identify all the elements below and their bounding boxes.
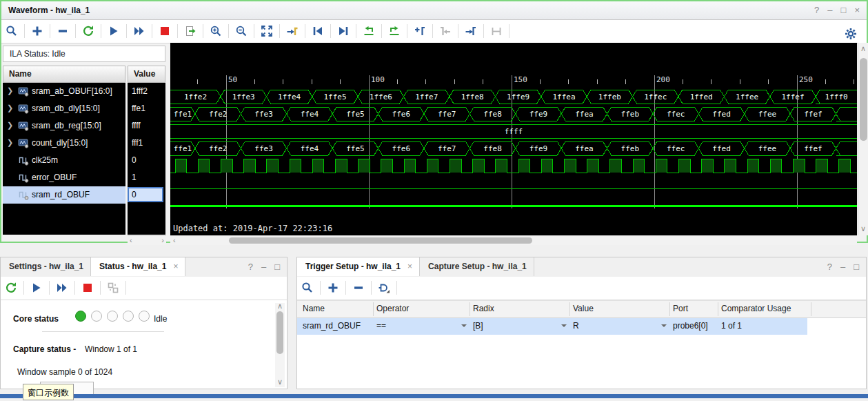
status-tab[interactable]: Settings - hw_ila_1 [1, 257, 91, 276]
signal-value-row[interactable]: ffe1 [128, 100, 165, 117]
trigger-probe-row[interactable]: sram_rd_OBUF==[B]Rprobe6[0]1 of 1 [297, 318, 807, 335]
name-panel-hscrollbar[interactable]: ‹ › [128, 235, 166, 245]
scroll-up-icon[interactable]: ∧ [860, 44, 866, 53]
waveform-canvas[interactable]: 501001502002501ffe21ffe31ffe41ffe51ffe61… [170, 43, 857, 235]
signal-value-row[interactable]: 1fff2 [128, 83, 165, 100]
help-icon[interactable]: ? [248, 262, 253, 272]
goto-start-button[interactable] [309, 22, 327, 40]
signal-row[interactable]: ❯sram_db_reg[15:0] [3, 117, 125, 135]
run-all-button[interactable] [53, 279, 71, 297]
core-status-dot-active [75, 311, 86, 322]
maximize-icon[interactable]: □ [854, 262, 859, 272]
next-marker-button[interactable] [462, 22, 480, 40]
hscroll-thumb[interactable] [229, 237, 532, 244]
scroll-right-icon[interactable]: › [161, 236, 164, 244]
run-trigger-button[interactable] [105, 22, 123, 40]
run-trigger-immediate-button[interactable] [79, 22, 97, 40]
waveform-hscrollbar[interactable]: ‹ [170, 235, 857, 245]
chevron-down-icon[interactable] [561, 324, 567, 330]
waveform-vscrollbar[interactable]: ∧ ∨ [858, 43, 868, 235]
signal-row[interactable]: clk25m [3, 152, 125, 169]
maximize-icon[interactable]: □ [841, 5, 847, 15]
column-header-value[interactable]: Value [128, 66, 165, 83]
export-data-button[interactable] [181, 22, 199, 40]
help-icon[interactable]: ? [827, 262, 832, 272]
vscroll-thumb[interactable] [860, 58, 867, 141]
add-button[interactable] [324, 279, 342, 297]
stop-trigger-button[interactable] [79, 279, 97, 297]
maximize-icon[interactable]: □ [274, 262, 280, 272]
trigger-tab[interactable]: Trigger Setup - hw_ila_1× [297, 257, 420, 276]
remove-button[interactable] [350, 279, 367, 297]
close-icon[interactable]: × [854, 5, 860, 15]
column-header-name[interactable]: Name [3, 66, 125, 83]
goto-trigger-button[interactable] [283, 22, 301, 40]
goto-end-button[interactable] [334, 22, 352, 40]
zoom-fit-button[interactable] [258, 22, 276, 40]
signal-value-field[interactable]: 0 [128, 187, 163, 202]
minimize-icon[interactable]: – [827, 5, 832, 15]
vscroll-thumb[interactable] [276, 311, 283, 354]
chevron-down-icon[interactable] [661, 324, 667, 330]
tab-label: Status - hw_ila_1 [99, 262, 166, 271]
trigger-before-button[interactable] [360, 22, 378, 40]
scroll-left-icon[interactable]: ‹ [173, 236, 176, 244]
signal-value-row[interactable]: 0 [128, 152, 165, 169]
chevron-down-icon[interactable] [461, 324, 467, 330]
minimize-icon[interactable]: – [261, 262, 266, 272]
signal-row[interactable]: error_OBUF [3, 169, 125, 186]
gate-button[interactable] [375, 279, 393, 297]
close-icon[interactable]: × [173, 262, 178, 271]
search-button[interactable] [3, 22, 21, 40]
zoom-in-button[interactable] [207, 22, 225, 40]
column-header[interactable]: Comparator Usage [721, 304, 791, 313]
close-icon[interactable]: × [407, 262, 412, 271]
expand-chevron-icon[interactable]: ❯ [7, 121, 13, 130]
column-header[interactable]: Name [303, 304, 325, 313]
run-trigger-immediate-button[interactable] [2, 279, 20, 297]
scroll-down-icon[interactable]: ∨ [860, 224, 866, 233]
search-button[interactable] [299, 279, 316, 297]
add-trigger-marker-button[interactable] [411, 22, 429, 40]
minimize-icon[interactable]: – [840, 262, 845, 272]
add-button[interactable] [28, 22, 46, 40]
signal-row[interactable]: sram_rd_OBUF [3, 186, 125, 204]
svg-text:ffe5: ffe5 [346, 144, 365, 153]
run-trigger-button[interactable] [28, 279, 46, 297]
settings-gear-button[interactable] [842, 25, 860, 43]
value-select[interactable]: R [573, 321, 579, 331]
column-header[interactable]: Value [573, 304, 594, 313]
ila-status-bar: ILA Status: Idle [3, 46, 165, 62]
scroll-up-icon[interactable]: ∧ [277, 302, 283, 311]
toolbar-separator [254, 24, 254, 38]
status-tab[interactable]: Status - hw_ila_1× [91, 257, 185, 276]
expand-chevron-icon[interactable]: ❯ [7, 104, 13, 113]
scroll-left-icon[interactable]: ‹ [130, 236, 132, 244]
help-icon[interactable]: ? [814, 5, 819, 15]
column-header[interactable]: Port [673, 304, 688, 313]
signal-row[interactable]: ❯sram_db_dly[15:0] [3, 100, 125, 117]
signal-name-list: ❯sram_ab_OBUF[16:0]❯sram_db_dly[15:0]❯sr… [3, 83, 125, 235]
status-vscrollbar[interactable]: ∧ ∨ [275, 303, 285, 387]
expand-chevron-icon[interactable]: ❯ [7, 138, 13, 147]
operator-select[interactable]: == [376, 321, 386, 331]
remove-button[interactable] [54, 22, 72, 40]
expand-chevron-icon[interactable]: ❯ [7, 86, 13, 95]
radix-select[interactable]: [B] [473, 321, 483, 331]
run-all-button[interactable] [130, 22, 148, 40]
signal-row[interactable]: ❯sram_ab_OBUF[16:0] [3, 83, 125, 100]
signal-value-row[interactable]: 0 [128, 186, 165, 204]
zoom-out-button[interactable] [232, 22, 250, 40]
stop-trigger-button[interactable] [156, 22, 174, 40]
signal-value-row[interactable]: ffff [128, 117, 165, 135]
signal-value-row[interactable]: fff1 [128, 135, 165, 152]
signal-value-row[interactable]: 1 [128, 169, 165, 186]
trigger-tab[interactable]: Capture Setup - hw_ila_1 [420, 257, 534, 276]
toolbar-separator [74, 281, 75, 295]
trigger-after-button[interactable] [385, 22, 403, 40]
remove-icon [352, 282, 365, 294]
signal-row[interactable]: ❯count_dly[15:0] [3, 135, 125, 152]
column-header[interactable]: Radix [473, 304, 494, 313]
column-header[interactable]: Operator [376, 304, 409, 313]
scroll-down-icon[interactable]: ∨ [277, 378, 283, 387]
